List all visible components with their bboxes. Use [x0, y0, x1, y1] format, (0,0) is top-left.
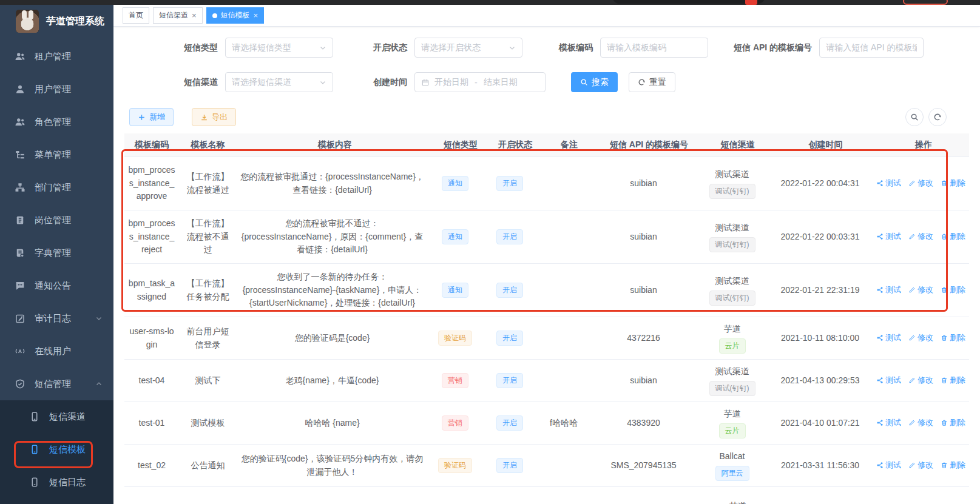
close-icon[interactable]: × [192, 12, 197, 19]
cell-channel: 芋道 云片 [697, 402, 768, 444]
delete-link[interactable]: 删除 [941, 177, 965, 189]
sidebar-item-label: 短信渠道 [49, 411, 86, 423]
test-link[interactable]: 测试 [876, 374, 901, 386]
export-button[interactable]: 导出 [192, 108, 236, 126]
end-date-placeholder: 结束日期 [484, 77, 518, 88]
add-button[interactable]: 新增 [129, 108, 174, 126]
share-icon [876, 180, 884, 187]
status-tag[interactable]: 开启 [496, 176, 523, 191]
sidebar-item-online-users[interactable]: 在线用户 [0, 335, 113, 368]
edit-link[interactable]: 修改 [908, 230, 933, 243]
api-template-code-label: 短信 API 的模板编号 [734, 42, 812, 53]
calendar-icon [421, 78, 430, 87]
browser-chrome-strip [0, 0, 980, 5]
sidebar-item-dict[interactable]: 字典管理 [0, 237, 113, 269]
status-select[interactable]: 请选择开启状态 [414, 38, 522, 58]
sidebar-item-sms-channel[interactable]: 短信渠道 [0, 400, 113, 433]
delete-link[interactable]: 删除 [941, 374, 965, 386]
cell-ops: 测试 修改 删除 [873, 264, 969, 317]
menu-tree-icon [15, 149, 25, 160]
status-tag[interactable]: 开启 [496, 458, 523, 473]
cell-remark [537, 360, 590, 402]
cell-status: 开启 [482, 157, 537, 210]
sidebar-item-sms-log[interactable]: 短信日志 [0, 466, 113, 499]
refresh-table-button[interactable] [928, 108, 947, 126]
delete-link[interactable]: 删除 [941, 284, 965, 296]
test-link[interactable]: 测试 [876, 332, 901, 344]
test-link[interactable]: 测试 [876, 459, 901, 471]
tab-sms-channel[interactable]: 短信渠道 × [153, 7, 203, 24]
trash-icon [941, 377, 948, 384]
create-time-label: 创建时间 [363, 77, 407, 88]
tab-home[interactable]: 首页 [123, 7, 149, 24]
sidebar-item-audit-log[interactable]: 审计日志 [0, 302, 113, 335]
download-icon [200, 113, 208, 121]
sidebar-item-post[interactable]: 岗位管理 [0, 204, 113, 237]
status-tag[interactable]: 开启 [496, 229, 523, 244]
browser-red-outline [903, 0, 948, 5]
online-signal-icon [15, 346, 25, 357]
sidebar-item-sms-template[interactable]: 短信模板 [0, 433, 113, 466]
reset-button[interactable]: 重置 [629, 72, 675, 92]
sidebar-item-role[interactable]: 角色管理 [0, 106, 113, 138]
cell-create-time: 2022-01-22 00:03:31 [768, 210, 873, 263]
test-link[interactable]: 测试 [876, 230, 901, 243]
tab-label: 短信模板 [221, 10, 250, 21]
edit-link[interactable]: 修改 [908, 177, 933, 189]
api-template-code-input[interactable]: 请输入短信 API 的模板编 [819, 38, 924, 58]
status-tag[interactable]: 开启 [496, 331, 523, 346]
table-toolbar: 新增 导出 [113, 107, 980, 126]
test-link[interactable]: 测试 [876, 284, 901, 296]
cell-type: 营销 [428, 402, 482, 444]
test-link[interactable]: 测试 [876, 417, 901, 429]
cell-status [488, 487, 542, 504]
edit-icon [908, 334, 916, 341]
col-header: 操作 [878, 133, 969, 156]
type-tag: 营销 [442, 415, 468, 431]
cell-code: bpm_process_instance_reject [124, 210, 179, 263]
search-button[interactable]: 搜索 [571, 72, 618, 92]
sidebar-item-menu[interactable]: 菜单管理 [0, 138, 113, 171]
close-icon[interactable]: × [254, 12, 259, 19]
status-tag[interactable]: 开启 [496, 415, 523, 431]
cell-code: bpm_process_instance_approve [124, 157, 179, 210]
share-icon [876, 233, 884, 240]
tab-sms-template[interactable]: 短信模板 × [206, 7, 265, 24]
cell-content: 您的验证码{code}，该验证码5分钟内有效，请勿泄漏于他人！ [237, 445, 428, 486]
sidebar-item-label: 通知公告 [35, 280, 71, 292]
type-tag: 通知 [442, 283, 468, 298]
sidebar-item-notice[interactable]: 通知公告 [0, 269, 113, 302]
filter-sms-channel: 短信渠道 请选择短信渠道 [174, 72, 333, 92]
sidebar-item-sms-management[interactable]: 短信管理 [0, 368, 113, 400]
edit-link[interactable]: 修改 [908, 374, 933, 386]
status-tag[interactable]: 开启 [496, 283, 523, 298]
badge-icon [15, 215, 25, 226]
logo[interactable]: 芋道管理系统 [0, 5, 113, 38]
sms-channel-select[interactable]: 请选择短信渠道 [225, 72, 333, 92]
sidebar-item-tenant[interactable]: 租户管理 [0, 40, 113, 73]
template-code-input[interactable]: 请输入模板编码 [600, 38, 708, 58]
edit-link[interactable]: 修改 [908, 417, 933, 429]
cell-remark [537, 317, 590, 359]
channel-tag: 云片 [719, 338, 746, 354]
sidebar-item-user[interactable]: 用户管理 [0, 73, 113, 106]
delete-link[interactable]: 删除 [941, 459, 965, 471]
edit-link[interactable]: 修改 [908, 332, 933, 344]
sidebar-item-dept[interactable]: 部门管理 [0, 171, 113, 204]
date-range-picker[interactable]: 开始日期 - 结束日期 [414, 72, 546, 92]
filter-status: 开启状态 请选择开启状态 [363, 38, 522, 58]
status-tag[interactable]: 开启 [496, 373, 523, 388]
main-content: 首页 短信渠道 × 短信模板 × 短信类型 请选择短信类型 [113, 5, 980, 504]
delete-link[interactable]: 删除 [941, 332, 965, 344]
type-tag: 营销 [442, 373, 468, 388]
cell-channel: 测试渠道 调试(钉钉) [697, 360, 768, 402]
delete-link[interactable]: 删除 [941, 417, 965, 429]
delete-link[interactable]: 删除 [941, 230, 965, 243]
edit-link[interactable]: 修改 [908, 284, 933, 296]
sidebar-item-label: 在线用户 [35, 346, 71, 357]
test-link[interactable]: 测试 [876, 177, 901, 189]
show-search-button[interactable] [905, 108, 924, 126]
cell-code: test_02 [124, 445, 179, 486]
sms-type-select[interactable]: 请选择短信类型 [225, 38, 333, 58]
edit-link[interactable]: 修改 [908, 459, 933, 471]
